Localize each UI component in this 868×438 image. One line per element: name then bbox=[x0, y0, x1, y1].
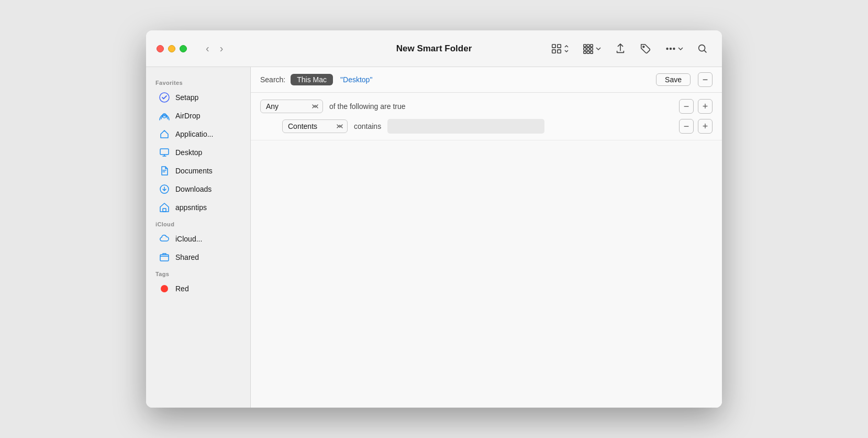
sidebar-item-icloud[interactable]: iCloud... bbox=[149, 230, 247, 248]
more-button[interactable] bbox=[662, 41, 686, 57]
documents-label: Documents bbox=[175, 167, 213, 175]
desktop-scope-button[interactable]: "Desktop" bbox=[338, 74, 374, 85]
svg-rect-4 bbox=[584, 44, 586, 47]
maximize-button[interactable] bbox=[180, 45, 187, 52]
home-icon bbox=[159, 202, 170, 213]
setapp-label: Setapp bbox=[175, 93, 198, 102]
svg-rect-8 bbox=[587, 48, 589, 50]
svg-point-24 bbox=[161, 285, 168, 292]
svg-rect-7 bbox=[584, 48, 586, 50]
svg-rect-10 bbox=[584, 51, 586, 53]
finder-window: ‹ › New Smart Folder bbox=[146, 30, 722, 408]
svg-rect-1 bbox=[558, 44, 561, 47]
svg-rect-5 bbox=[587, 44, 589, 47]
remove-rule-button[interactable]: − bbox=[698, 72, 713, 87]
chevron-down-icon bbox=[596, 46, 601, 51]
close-button[interactable] bbox=[157, 45, 164, 52]
grid-icon bbox=[551, 43, 562, 54]
this-mac-button[interactable]: This Mac bbox=[291, 74, 333, 85]
svg-rect-20 bbox=[160, 149, 169, 155]
titlebar: ‹ › New Smart Folder bbox=[146, 30, 722, 67]
icloud-label: iCloud bbox=[146, 217, 250, 229]
sidebar-item-applications[interactable]: Applicatio... bbox=[149, 125, 247, 143]
group-view-button[interactable] bbox=[580, 41, 604, 57]
sidebar-item-red-tag[interactable]: Red bbox=[149, 280, 247, 298]
filter-any-text: of the following are true bbox=[329, 102, 406, 111]
window-title: New Smart Folder bbox=[396, 43, 472, 54]
desktop-icon bbox=[159, 147, 170, 158]
svg-rect-0 bbox=[552, 44, 555, 47]
icloud-icon bbox=[159, 233, 170, 245]
svg-rect-3 bbox=[558, 49, 561, 52]
main-content: Search: This Mac "Desktop" Save − Any Al… bbox=[251, 67, 722, 408]
search-label: Search: bbox=[260, 75, 285, 84]
shared-label: Shared bbox=[175, 253, 199, 261]
svg-point-13 bbox=[643, 46, 644, 47]
tag-icon bbox=[640, 43, 651, 54]
sidebar-item-setapp[interactable]: Setapp bbox=[149, 89, 247, 106]
remove-contents-filter-button[interactable]: − bbox=[679, 119, 694, 134]
add-contents-filter-button[interactable]: + bbox=[698, 119, 713, 134]
tags-label: Tags bbox=[146, 267, 250, 279]
downloads-icon bbox=[159, 183, 170, 195]
svg-point-14 bbox=[666, 48, 668, 49]
svg-rect-23 bbox=[160, 255, 169, 261]
sidebar-item-appsntips[interactable]: appsntips bbox=[149, 199, 247, 216]
contents-select[interactable]: Contents Name Kind Date Modified bbox=[282, 119, 348, 133]
filter-contents-row: Contents Name Kind Date Modified contain… bbox=[260, 119, 713, 134]
filter-contents-actions: − + bbox=[679, 119, 713, 134]
red-tag-label: Red bbox=[175, 284, 189, 293]
svg-rect-11 bbox=[587, 51, 589, 53]
forward-button[interactable]: › bbox=[217, 41, 227, 56]
search-icon bbox=[697, 43, 708, 54]
content-empty-area bbox=[251, 140, 722, 408]
sidebar-item-documents[interactable]: Documents bbox=[149, 162, 247, 180]
svg-point-16 bbox=[673, 48, 675, 49]
svg-rect-22 bbox=[163, 209, 166, 212]
filter-contents-input[interactable] bbox=[387, 119, 544, 134]
favorites-label: Favorites bbox=[146, 75, 250, 88]
filter-any-area: Any All None of the following are true −… bbox=[251, 93, 722, 140]
airdrop-label: AirDrop bbox=[175, 112, 200, 120]
window-body: Favorites Setapp bbox=[146, 67, 722, 408]
desktop-label: Desktop bbox=[175, 148, 202, 157]
tag-button[interactable] bbox=[637, 41, 654, 57]
shared-icon bbox=[159, 251, 170, 263]
applications-icon bbox=[159, 128, 170, 140]
any-select[interactable]: Any All None bbox=[260, 100, 323, 113]
nav-buttons: ‹ › bbox=[203, 41, 226, 56]
grid-view-button[interactable] bbox=[548, 41, 572, 57]
documents-icon bbox=[159, 165, 170, 177]
share-icon bbox=[615, 43, 626, 54]
save-button[interactable]: Save bbox=[656, 73, 691, 86]
airdrop-icon bbox=[159, 110, 170, 122]
ellipsis-icon bbox=[665, 43, 676, 54]
add-any-filter-button[interactable]: + bbox=[698, 99, 713, 114]
share-button[interactable] bbox=[611, 41, 629, 57]
sidebar-item-desktop[interactable]: Desktop bbox=[149, 144, 247, 161]
sidebar-item-shared[interactable]: Shared bbox=[149, 248, 247, 266]
icloud-label-text: iCloud... bbox=[175, 235, 202, 243]
sidebar: Favorites Setapp bbox=[146, 67, 251, 408]
appsntips-label: appsntips bbox=[175, 203, 207, 212]
svg-rect-6 bbox=[591, 44, 593, 47]
toolbar-actions bbox=[548, 41, 711, 57]
setapp-icon bbox=[159, 92, 170, 103]
svg-point-15 bbox=[670, 48, 672, 49]
remove-any-filter-button[interactable]: − bbox=[679, 99, 694, 114]
tag-red-icon bbox=[159, 283, 170, 294]
filter-any-row: Any All None of the following are true −… bbox=[260, 99, 713, 114]
back-button[interactable]: ‹ bbox=[203, 41, 213, 56]
svg-rect-9 bbox=[591, 48, 593, 50]
traffic-lights bbox=[157, 45, 187, 52]
chevron-updown-icon bbox=[564, 45, 569, 53]
applications-label: Applicatio... bbox=[175, 130, 213, 138]
search-button[interactable] bbox=[694, 41, 711, 57]
downloads-label: Downloads bbox=[175, 185, 212, 193]
group-grid-icon bbox=[583, 43, 594, 54]
sidebar-item-downloads[interactable]: Downloads bbox=[149, 180, 247, 198]
filter-any-actions: − + bbox=[679, 99, 713, 114]
minimize-button[interactable] bbox=[168, 45, 175, 52]
sidebar-item-airdrop[interactable]: AirDrop bbox=[149, 107, 247, 125]
svg-rect-2 bbox=[552, 49, 555, 52]
